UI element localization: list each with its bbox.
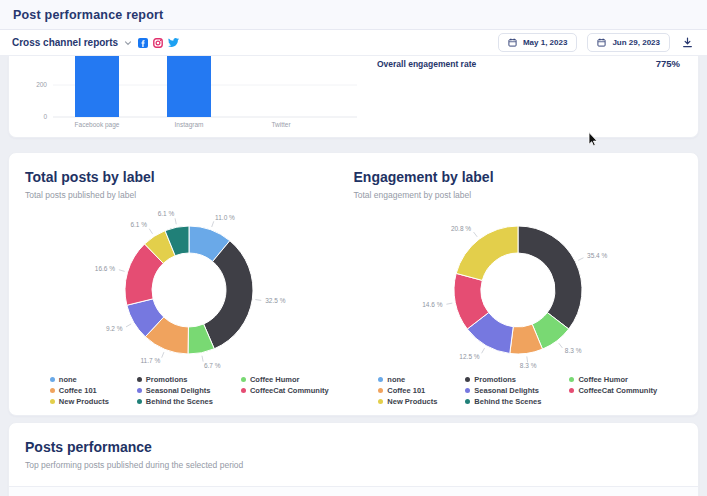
legend-item-promotions[interactable]: Promotions bbox=[137, 374, 213, 385]
legend-item-coffeecat-community[interactable]: CoffeeCat Community bbox=[569, 385, 657, 396]
legend-label: none bbox=[59, 375, 77, 384]
legend-color-dot bbox=[465, 388, 470, 393]
legend-color-dot bbox=[241, 377, 246, 382]
channel-overview-card: 2000Facebook pageInstagramTwitter Overal… bbox=[8, 56, 699, 138]
legend-item-coffee-humor[interactable]: Coffee Humor bbox=[241, 374, 329, 385]
legend-item-new-products[interactable]: New Products bbox=[50, 396, 109, 407]
report-type-label: Cross channel reports bbox=[12, 37, 118, 48]
toolbar-right-group: May 1, 2023 Jun 29, 2023 bbox=[498, 33, 695, 52]
legend-item-behind-the-scenes[interactable]: Behind the Scenes bbox=[137, 396, 213, 407]
legend-item-coffee-101[interactable]: Coffee 101 bbox=[378, 385, 437, 396]
bar-chart-posts-by-channel: 2000Facebook pageInstagramTwitter bbox=[9, 56, 361, 138]
legend-label: Behind the Scenes bbox=[146, 397, 213, 406]
svg-text:8.3 %: 8.3 % bbox=[565, 347, 582, 354]
summary-stats-panel: Overall engagement rate 775% bbox=[361, 56, 698, 137]
legend-color-dot bbox=[241, 388, 246, 393]
svg-text:Instagram: Instagram bbox=[175, 121, 204, 129]
legend-label: none bbox=[387, 375, 405, 384]
svg-text:6.1 %: 6.1 % bbox=[158, 210, 175, 217]
legend-label: Coffee Humor bbox=[578, 375, 628, 384]
report-toolbar: Cross channel reports bbox=[0, 30, 707, 56]
legend-label: Coffee Humor bbox=[250, 375, 300, 384]
svg-text:6.1 %: 6.1 % bbox=[131, 221, 148, 228]
legend-label: New Products bbox=[387, 397, 437, 406]
svg-text:14.6 %: 14.6 % bbox=[422, 301, 442, 308]
stat-value: 775% bbox=[656, 58, 680, 69]
legend-item-seasonal-delights[interactable]: Seasonal Delights bbox=[137, 385, 213, 396]
date-start-button[interactable]: May 1, 2023 bbox=[498, 33, 577, 52]
total-posts-by-label-section: Total posts by label Total posts publish… bbox=[25, 169, 354, 407]
legend-label: Seasonal Delights bbox=[474, 386, 539, 395]
legend-label: New Products bbox=[59, 397, 109, 406]
legend-label: Promotions bbox=[146, 375, 188, 384]
legend-color-dot bbox=[50, 399, 55, 404]
svg-text:32.5 %: 32.5 % bbox=[265, 297, 285, 304]
legend-total-posts: noneCoffee 101New ProductsPromotionsSeas… bbox=[25, 374, 354, 407]
legend-item-coffee-101[interactable]: Coffee 101 bbox=[50, 385, 109, 396]
donut-chart-total-posts: 11.0 %32.5 %6.7 %11.7 %9.2 %16.6 %6.1 %6… bbox=[25, 204, 354, 372]
legend-color-dot bbox=[378, 388, 383, 393]
posts-performance-header: Posts performance Top performing posts p… bbox=[9, 439, 698, 470]
posts-performance-card: Posts performance Top performing posts p… bbox=[8, 422, 699, 496]
legend-label: CoffeeCat Community bbox=[250, 386, 329, 395]
channel-icons bbox=[138, 37, 179, 48]
section-subtitle-engagement: Total engagement by post label bbox=[354, 190, 683, 200]
svg-text:200: 200 bbox=[36, 81, 47, 88]
svg-text:6.7 %: 6.7 % bbox=[204, 362, 221, 369]
instagram-icon[interactable] bbox=[153, 38, 163, 48]
svg-text:Facebook page: Facebook page bbox=[75, 121, 120, 129]
calendar-icon bbox=[508, 38, 517, 47]
chevron-down-icon bbox=[124, 39, 132, 47]
legend-item-coffeecat-community[interactable]: CoffeeCat Community bbox=[241, 385, 329, 396]
legend-item-none[interactable]: none bbox=[50, 374, 109, 385]
legend-item-promotions[interactable]: Promotions bbox=[465, 374, 541, 385]
facebook-icon[interactable] bbox=[138, 38, 148, 48]
legend-color-dot bbox=[137, 399, 142, 404]
svg-text:12.5 %: 12.5 % bbox=[459, 353, 479, 360]
legend-color-dot bbox=[50, 388, 55, 393]
legend-label: Seasonal Delights bbox=[146, 386, 211, 395]
legend-color-dot bbox=[378, 399, 383, 404]
svg-text:35.4 %: 35.4 % bbox=[587, 252, 607, 259]
legend-label: Coffee 101 bbox=[59, 386, 97, 395]
legend-color-dot bbox=[569, 388, 574, 393]
calendar-icon bbox=[597, 38, 606, 47]
section-subtitle-total-posts: Total posts published by label bbox=[25, 190, 354, 200]
section-title-posts-performance: Posts performance bbox=[25, 439, 682, 455]
download-report-button[interactable] bbox=[680, 37, 695, 48]
legend-color-dot bbox=[465, 377, 470, 382]
legend-color-dot bbox=[465, 399, 470, 404]
legend-item-coffee-humor[interactable]: Coffee Humor bbox=[569, 374, 657, 385]
posts-table-header-row: PostTypePublishedImpr.LikesCommentsTotal… bbox=[9, 486, 698, 496]
svg-text:11.7 %: 11.7 % bbox=[141, 357, 161, 364]
page-title: Post performance report bbox=[13, 8, 163, 22]
download-icon bbox=[682, 37, 693, 48]
legend-color-dot bbox=[137, 388, 142, 393]
app-header: Post performance report bbox=[0, 0, 707, 30]
legend-item-none[interactable]: none bbox=[378, 374, 437, 385]
date-end-button[interactable]: Jun 29, 2023 bbox=[587, 33, 670, 52]
report-type-dropdown[interactable]: Cross channel reports bbox=[12, 37, 132, 48]
legend-label: Behind the Scenes bbox=[474, 397, 541, 406]
twitter-icon[interactable] bbox=[168, 37, 179, 48]
svg-text:0: 0 bbox=[43, 113, 47, 120]
svg-text:20.8 %: 20.8 % bbox=[451, 225, 471, 232]
svg-text:8.3 %: 8.3 % bbox=[520, 362, 537, 369]
date-end-value: Jun 29, 2023 bbox=[612, 38, 660, 47]
legend-color-dot bbox=[569, 377, 574, 382]
label-charts-card: Total posts by label Total posts publish… bbox=[8, 152, 699, 416]
stat-row-overall-engagement-rate: Overall engagement rate 775% bbox=[377, 58, 680, 69]
legend-item-behind-the-scenes[interactable]: Behind the Scenes bbox=[465, 396, 541, 407]
legend-label: CoffeeCat Community bbox=[578, 386, 657, 395]
legend-item-seasonal-delights[interactable]: Seasonal Delights bbox=[465, 385, 541, 396]
section-title-engagement: Engagement by label bbox=[354, 169, 683, 185]
legend-color-dot bbox=[137, 377, 142, 382]
svg-text:11.0 %: 11.0 % bbox=[215, 214, 235, 221]
legend-color-dot bbox=[378, 377, 383, 382]
legend-label: Coffee 101 bbox=[387, 386, 425, 395]
legend-label: Promotions bbox=[474, 375, 516, 384]
post-performance-report-window: Post performance report Cross channel re… bbox=[0, 0, 707, 496]
stat-label: Overall engagement rate bbox=[377, 59, 476, 69]
donut-chart-engagement: 35.4 %8.3 %8.3 %12.5 %14.6 %20.8 % bbox=[354, 204, 683, 372]
legend-item-new-products[interactable]: New Products bbox=[378, 396, 437, 407]
